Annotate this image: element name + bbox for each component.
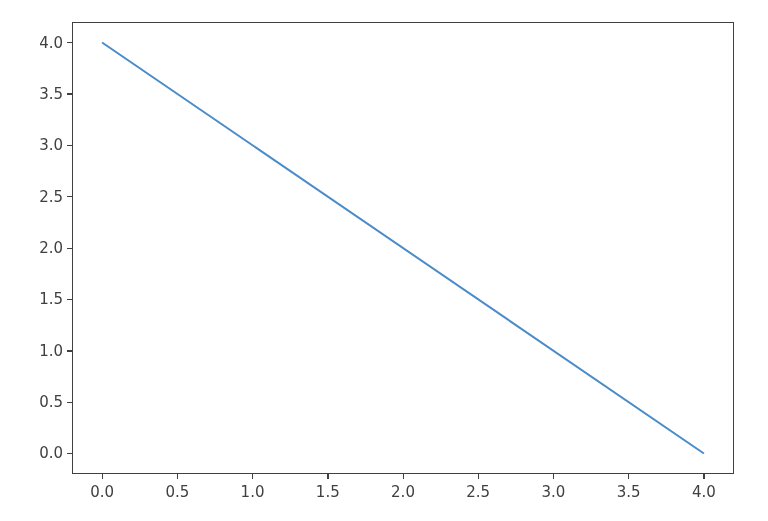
x-tick-label: 1.5 <box>316 483 340 501</box>
y-tick-label: 1.5 <box>39 290 63 308</box>
x-tick-label: 2.0 <box>391 483 415 501</box>
y-tick-mark <box>67 402 72 403</box>
x-tick-label: 0.5 <box>165 483 189 501</box>
y-tick-mark <box>67 196 72 197</box>
y-tick-label: 4.0 <box>39 34 63 52</box>
data-line <box>102 43 704 454</box>
y-tick-mark <box>67 299 72 300</box>
y-tick-label: 2.0 <box>39 239 63 257</box>
x-tick-mark <box>478 474 479 479</box>
x-tick-label: 3.0 <box>542 483 566 501</box>
x-tick-label: 3.5 <box>617 483 641 501</box>
x-tick-mark <box>403 474 404 479</box>
x-tick-label: 1.0 <box>241 483 265 501</box>
x-tick-mark <box>703 474 704 479</box>
x-tick-mark <box>553 474 554 479</box>
y-tick-label: 1.0 <box>39 342 63 360</box>
y-tick-label: 2.5 <box>39 188 63 206</box>
y-tick-mark <box>67 93 72 94</box>
y-tick-label: 0.5 <box>39 393 63 411</box>
x-tick-label: 0.0 <box>90 483 114 501</box>
y-tick-label: 0.0 <box>39 444 63 462</box>
x-tick-mark <box>327 474 328 479</box>
x-tick-mark <box>177 474 178 479</box>
y-tick-mark <box>67 453 72 454</box>
y-tick-mark <box>67 248 72 249</box>
y-tick-mark <box>67 42 72 43</box>
x-tick-mark <box>628 474 629 479</box>
chart-figure: 0.00.51.01.52.02.53.03.54.0 0.00.51.01.5… <box>0 0 768 521</box>
y-tick-mark <box>67 350 72 351</box>
x-tick-mark <box>102 474 103 479</box>
line-layer <box>0 0 768 521</box>
x-tick-mark <box>252 474 253 479</box>
y-tick-label: 3.0 <box>39 136 63 154</box>
y-tick-label: 3.5 <box>39 85 63 103</box>
x-tick-label: 2.5 <box>466 483 490 501</box>
y-tick-mark <box>67 145 72 146</box>
x-tick-label: 4.0 <box>692 483 716 501</box>
